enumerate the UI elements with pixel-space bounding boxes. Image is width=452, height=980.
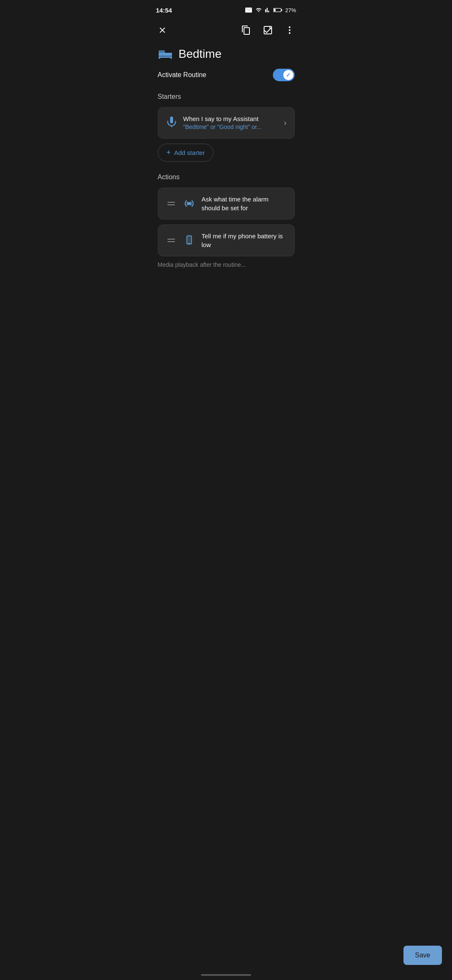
routine-title: Bedtime xyxy=(179,47,222,61)
status-time: 14:54 xyxy=(156,7,172,14)
toolbar-right xyxy=(239,23,296,37)
close-button[interactable] xyxy=(156,24,169,36)
drag-line xyxy=(167,239,175,240)
drag-handle-1[interactable] xyxy=(166,200,177,207)
partial-bottom-text: Media playback after the routine... xyxy=(158,261,295,268)
starter-arrow-icon: › xyxy=(284,119,287,127)
top-toolbar xyxy=(148,18,305,42)
action-2-title: Tell me if my phone battery is low xyxy=(202,232,287,249)
starter-subtitle: "Bedtime" or "Good night" or... xyxy=(183,123,278,132)
copy-button[interactable] xyxy=(239,23,253,37)
svg-rect-9 xyxy=(170,56,172,59)
action-card-1[interactable]: Ask what time the alarm should be set fo… xyxy=(158,188,295,219)
toolbar-left xyxy=(156,24,169,36)
svg-point-6 xyxy=(289,32,290,34)
starter-card[interactable]: When I say to my Assistant "Bedtime" or … xyxy=(158,107,295,139)
svg-rect-13 xyxy=(187,237,190,242)
starter-title: When I say to my Assistant xyxy=(183,114,278,123)
status-bar: 14:54 27% xyxy=(148,0,305,18)
svg-point-4 xyxy=(289,26,290,28)
wifi-icon xyxy=(255,7,262,13)
starter-card-content: When I say to my Assistant "Bedtime" or … xyxy=(183,114,278,132)
svg-rect-1 xyxy=(281,9,282,11)
routine-header: Bedtime xyxy=(158,47,295,61)
export-button[interactable] xyxy=(261,23,275,37)
more-options-button[interactable] xyxy=(283,23,296,37)
svg-rect-2 xyxy=(274,9,276,11)
main-content: Bedtime Activate Routine ✓ Starters When… xyxy=(148,42,305,310)
activate-routine-row: Activate Routine ✓ xyxy=(158,69,295,81)
plus-icon: + xyxy=(167,148,171,157)
gmail-icon xyxy=(245,7,252,13)
activate-toggle[interactable]: ✓ xyxy=(273,69,295,81)
toggle-check-icon: ✓ xyxy=(286,72,291,78)
battery-icon xyxy=(273,8,282,13)
voice-broadcast-icon xyxy=(182,197,196,210)
add-starter-button[interactable]: + Add starter xyxy=(158,144,214,162)
starters-label: Starters xyxy=(158,93,295,101)
svg-point-11 xyxy=(187,202,190,205)
status-icons: 27% xyxy=(245,7,296,13)
drag-line xyxy=(167,202,175,203)
actions-section: Actions Ask what time the alarm should b… xyxy=(158,173,295,268)
phone-icon xyxy=(182,234,196,247)
add-starter-label: Add starter xyxy=(174,149,205,156)
signal-icon xyxy=(265,7,271,13)
toggle-knob: ✓ xyxy=(283,70,293,80)
action-card-1-content: Ask what time the alarm should be set fo… xyxy=(202,195,287,212)
bed-icon xyxy=(158,47,173,61)
drag-line xyxy=(167,204,175,205)
svg-rect-8 xyxy=(159,56,160,59)
svg-point-5 xyxy=(289,29,290,31)
drag-handle-2[interactable] xyxy=(166,237,177,244)
starters-section: Starters When I say to my Assistant "Bed… xyxy=(158,93,295,162)
action-card-2-content: Tell me if my phone battery is low xyxy=(202,232,287,249)
action-1-title: Ask what time the alarm should be set fo… xyxy=(202,195,287,212)
battery-percentage: 27% xyxy=(285,7,296,13)
activate-label: Activate Routine xyxy=(158,71,207,79)
drag-line xyxy=(167,241,175,242)
microphone-icon xyxy=(166,116,177,129)
svg-rect-10 xyxy=(159,50,165,54)
actions-label: Actions xyxy=(158,173,295,181)
action-card-2[interactable]: Tell me if my phone battery is low xyxy=(158,224,295,256)
